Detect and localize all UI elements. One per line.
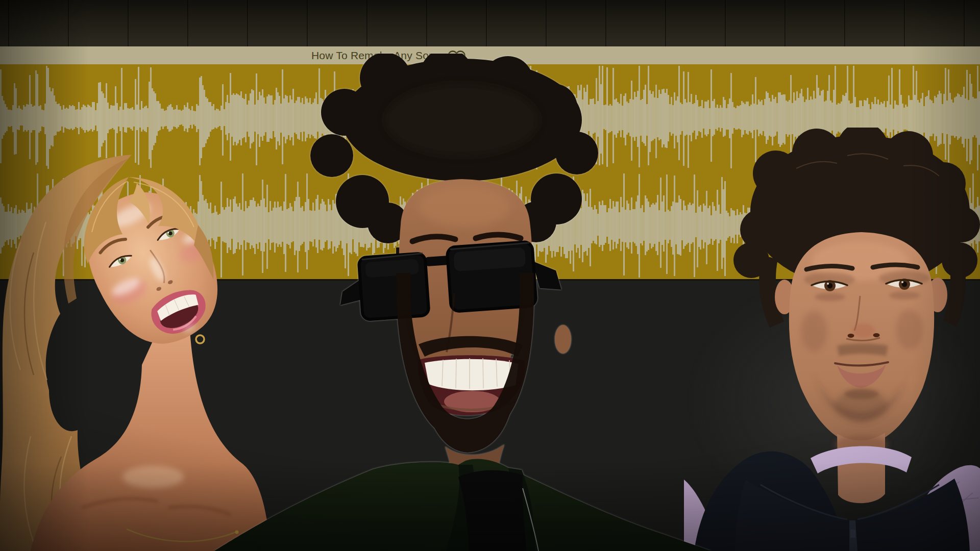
center-artist-shirt <box>458 470 527 551</box>
center-artist-coat <box>214 459 806 551</box>
center-artist-ear <box>555 325 571 354</box>
center-artist-portrait <box>214 54 806 551</box>
right-artist-neck <box>835 433 888 503</box>
thumbnail-stage: How To Remake Any Song <box>0 0 980 551</box>
daw-timeline-ruler[interactable] <box>0 0 980 48</box>
gold-hoop-earring-icon <box>196 335 204 343</box>
